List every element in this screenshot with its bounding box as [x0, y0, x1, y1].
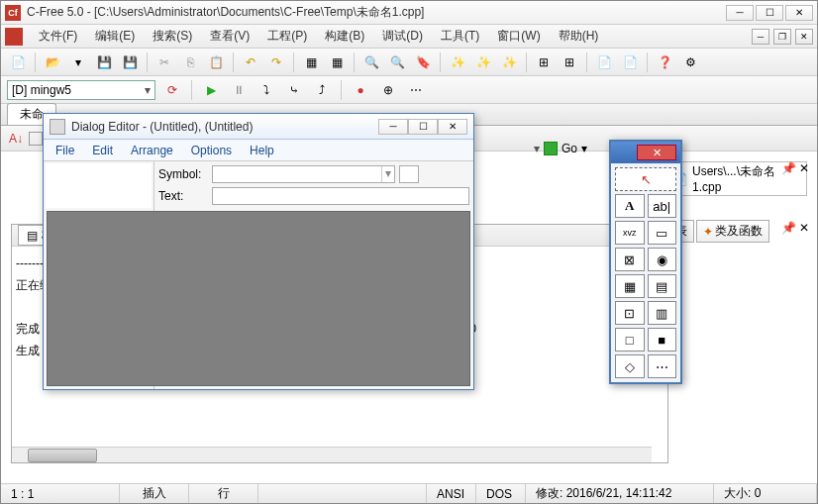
compiler-select[interactable]: [D] mingw5 — [7, 80, 155, 100]
wand-icon[interactable]: ✨ — [447, 51, 468, 73]
redo-icon[interactable]: ↷ — [265, 51, 287, 73]
tool-pointer[interactable]: ↖ — [615, 167, 676, 191]
props-icon[interactable]: ⊞ — [533, 51, 555, 73]
menu-build[interactable]: 构建(B) — [317, 26, 372, 47]
opt2-icon[interactable]: 📄 — [619, 51, 641, 73]
tool-combo[interactable]: ▦ — [615, 274, 645, 298]
watch-icon[interactable]: ⊕ — [377, 79, 399, 101]
pause-icon[interactable]: ⏸ — [228, 79, 250, 101]
wand2-icon[interactable]: ✨ — [472, 51, 494, 73]
right-pane: 📄 Users\...\未命名1.cpp 表 ✦类及函数 📌 ✕ 📌 ✕ — [668, 161, 807, 243]
minimize-button[interactable]: ─ — [726, 5, 754, 21]
opt1-icon[interactable]: 📄 — [593, 51, 615, 73]
project2-icon[interactable]: ▦ — [326, 51, 348, 73]
tool-hscroll[interactable]: ⊡ — [615, 301, 645, 325]
list-icon: ▤ — [27, 229, 38, 243]
tool-radio[interactable]: ◉ — [648, 248, 677, 271]
dialog-min-button[interactable]: ─ — [378, 119, 408, 135]
go-icon[interactable] — [544, 142, 558, 155]
copy-icon[interactable]: ⎘ — [179, 51, 201, 73]
dlg-menu-arrange[interactable]: Arrange — [123, 142, 181, 159]
dropdown-icon[interactable]: ▾ — [534, 142, 540, 155]
find-icon[interactable]: 🔍 — [360, 51, 382, 73]
dialog-canvas[interactable] — [47, 211, 470, 386]
cut-icon[interactable]: ✂ — [153, 51, 175, 73]
bookmark-icon[interactable]: 🔖 — [412, 51, 434, 73]
tool-list[interactable]: ▤ — [648, 274, 677, 298]
new-file-icon[interactable]: 📄 — [7, 51, 29, 73]
refresh-icon[interactable]: ⟳ — [161, 79, 183, 101]
open-icon[interactable]: 📂 — [42, 51, 63, 73]
mdi-min-button[interactable]: ─ — [752, 29, 769, 45]
symbol-extra-button[interactable] — [399, 165, 419, 183]
app-menu-icon[interactable] — [5, 28, 23, 46]
step-into-icon[interactable]: ⤷ — [283, 79, 305, 101]
props2-icon[interactable]: ⊞ — [559, 51, 580, 73]
breakpoint-icon[interactable]: ● — [350, 79, 371, 101]
dlg-menu-help[interactable]: Help — [242, 142, 282, 159]
tool-button[interactable]: ▭ — [648, 221, 677, 245]
wand3-icon[interactable]: ✨ — [498, 51, 520, 73]
help-icon[interactable]: ❓ — [654, 51, 675, 73]
mdi-restore-button[interactable]: ❐ — [773, 29, 791, 45]
project-icon[interactable]: ▦ — [300, 51, 322, 73]
dlg-menu-edit[interactable]: Edit — [84, 142, 121, 159]
undo-icon[interactable]: ↶ — [240, 51, 261, 73]
step-over-icon[interactable]: ⤵ — [256, 79, 277, 101]
menu-tools[interactable]: 工具(T) — [433, 26, 487, 47]
dialog-max-button[interactable]: ☐ — [408, 119, 438, 135]
text-input[interactable] — [212, 187, 469, 205]
pin2-icon[interactable]: 📌 — [781, 221, 796, 235]
menu-file[interactable]: 文件(F) — [31, 26, 85, 47]
tool-group[interactable]: xvz — [615, 221, 645, 245]
filter-icon[interactable] — [29, 132, 43, 146]
find-files-icon[interactable]: 🔍 — [386, 51, 408, 73]
save-icon[interactable]: 💾 — [93, 51, 115, 73]
tool-edit[interactable]: ab| — [648, 194, 677, 218]
tool-vscroll[interactable]: ▥ — [648, 301, 677, 325]
output-scrollbar[interactable] — [12, 447, 652, 462]
menu-project[interactable]: 工程(P) — [259, 26, 315, 47]
menu-search[interactable]: 搜索(S) — [145, 26, 200, 47]
pin-icon[interactable]: 📌 — [781, 161, 796, 175]
dialog-close-button[interactable]: ✕ — [438, 119, 467, 135]
tool-static-text[interactable]: A — [615, 194, 645, 218]
misc-icon[interactable]: ⋯ — [405, 79, 427, 101]
open-dropdown-icon[interactable]: ▾ — [67, 51, 89, 73]
status-eol: DOS — [476, 484, 526, 503]
tool-custom[interactable]: ⋯ — [648, 354, 677, 378]
close-pane2-icon[interactable]: ✕ — [799, 221, 809, 235]
save-all-icon[interactable]: 💾 — [119, 51, 141, 73]
dlg-menu-options[interactable]: Options — [183, 142, 240, 159]
tab-right-class[interactable]: ✦类及函数 — [696, 220, 769, 243]
go-dropdown-icon[interactable]: ▾ — [581, 142, 587, 155]
paste-icon[interactable]: 📋 — [205, 51, 227, 73]
status-size: 大小: 0 — [714, 484, 817, 503]
tool-icon[interactable]: ◇ — [615, 354, 645, 378]
tool-palette[interactable]: ✕ ↖ A ab| xvz ▭ ⊠ ◉ ▦ ▤ ⊡ ▥ □ ■ ◇ ⋯ — [609, 140, 682, 384]
run-icon[interactable]: ▶ — [200, 79, 222, 101]
dialog-menu: File Edit Arrange Options Help — [44, 140, 473, 161]
mdi-close-button[interactable]: ✕ — [795, 29, 813, 45]
symbol-combo[interactable] — [212, 165, 395, 183]
menu-edit[interactable]: 编辑(E) — [87, 26, 143, 47]
palette-close-button[interactable]: ✕ — [637, 145, 676, 160]
maximize-button[interactable]: ☐ — [756, 5, 783, 21]
tool-checkbox[interactable]: ⊠ — [615, 248, 645, 271]
dialog-title-bar[interactable]: Dialog Editor - (Untitled), (Untitled) ─… — [44, 114, 473, 140]
menu-view[interactable]: 查看(V) — [202, 26, 257, 47]
menu-help[interactable]: 帮助(H) — [551, 26, 607, 47]
tool-frame[interactable]: □ — [615, 328, 645, 352]
close-button[interactable]: ✕ — [785, 5, 813, 21]
step-out-icon[interactable]: ⤴ — [311, 79, 333, 101]
sort-icon[interactable]: A↓ — [9, 132, 23, 146]
settings-icon[interactable]: ⚙ — [679, 51, 701, 73]
tool-rect[interactable]: ■ — [648, 328, 677, 352]
dialog-editor-window[interactable]: Dialog Editor - (Untitled), (Untitled) ─… — [43, 113, 474, 390]
dlg-menu-file[interactable]: File — [48, 142, 82, 159]
go-box: ▾ Go ▾ — [534, 142, 587, 155]
menu-window[interactable]: 窗口(W) — [489, 26, 548, 47]
close-pane-icon[interactable]: ✕ — [799, 161, 809, 175]
menu-debug[interactable]: 调试(D) — [374, 26, 431, 47]
palette-title-bar[interactable]: ✕ — [611, 142, 680, 163]
